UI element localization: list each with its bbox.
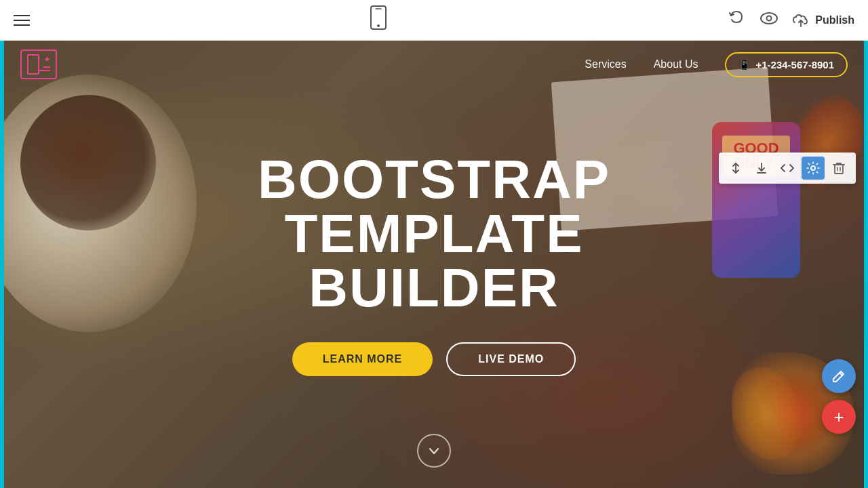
hero-title-line2: TEMPLATE BUILDER [284,203,583,318]
menu-button[interactable] [14,15,30,26]
nav-services-link[interactable]: Services [585,58,626,70]
publish-button[interactable]: Publish [792,13,854,28]
hero-title-line1: BOOTSTRAP [258,149,610,209]
logo-star-icon: ✦ [43,54,51,64]
delete-tool-button[interactable] [827,157,850,180]
hero-content: BOOTSTRAP TEMPLATE BUILDER LEARN MORE LI… [197,152,671,376]
toolbar-left [14,15,30,26]
fab-container: + [822,359,856,434]
svg-point-4 [767,16,772,20]
logo-bar [39,70,50,71]
add-icon: + [833,408,844,426]
svg-point-9 [811,166,815,170]
hero-buttons: LEARN MORE LIVE DEMO [197,342,671,376]
hero-title: BOOTSTRAP TEMPLATE BUILDER [197,152,671,315]
phone-decoration: GOODONLY [712,122,800,278]
phone-icon: 📱 [738,59,750,70]
svg-rect-10 [835,165,843,174]
edit-fab-button[interactable] [822,359,856,393]
logo-phone-shape [27,54,39,75]
undo-button[interactable] [727,9,746,32]
live-demo-button[interactable]: LIVE DEMO [446,342,576,376]
toolbar-center [369,5,388,35]
top-toolbar: Publish [0,0,868,41]
logo-bar2 [43,66,50,68]
toolbar-right: Publish [727,9,854,32]
logo-icon: ✦ [20,49,57,79]
download-tool-button[interactable] [750,157,773,180]
nav-phone-button[interactable]: 📱 +1-234-567-8901 [725,52,848,77]
tea-cup-inner [20,95,156,230]
left-selection-border [0,41,4,488]
reorder-tool-button[interactable] [724,157,747,180]
section-toolbar [719,152,856,184]
add-fab-button[interactable]: + [822,400,856,434]
publish-label: Publish [815,14,854,26]
editor-area: GOODONLY ✦ Service [0,41,868,488]
svg-point-1 [377,24,380,27]
scroll-down[interactable] [417,434,451,468]
mobile-preview-button[interactable] [369,5,388,35]
site-preview: GOODONLY ✦ Service [0,41,868,488]
nav-about-link[interactable]: About Us [654,58,698,70]
settings-tool-button[interactable] [802,157,825,180]
scroll-down-circle[interactable] [417,434,451,468]
learn-more-button[interactable]: LEARN MORE [292,342,433,376]
site-navigation: ✦ Services About Us 📱 +1-234-567-8901 [0,41,868,88]
svg-point-3 [761,13,777,24]
site-nav-links: Services About Us 📱 +1-234-567-8901 [585,52,848,77]
phone-number: +1-234-567-8901 [755,59,834,70]
site-logo: ✦ [20,49,57,79]
code-tool-button[interactable] [776,157,799,180]
right-selection-border [864,41,868,488]
preview-button[interactable] [760,11,778,30]
